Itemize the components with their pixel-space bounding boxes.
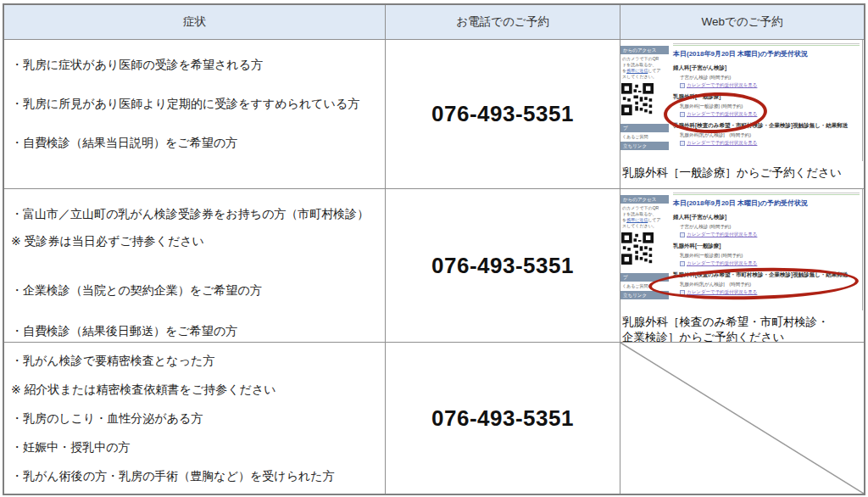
row3-phone-cell: 076-493-5351 <box>386 343 620 494</box>
symptom-item: ・乳房のしこり・血性分泌がある方 <box>11 410 380 426</box>
reservation-status-title: 本日(2018年9月20日 木曜日)の予約受付状況 <box>673 49 860 59</box>
calendar-link: カレンダーで予約受付状況を見る <box>680 232 860 237</box>
department-sub: 子宮がん検診 (時間予約) <box>680 224 860 230</box>
phone-number: 076-493-5351 <box>431 101 574 127</box>
row1-web-cell: からのアクセス のカメラで下のQR ドを読み取るか、 を携帯に送信してア スして… <box>620 40 864 189</box>
calendar-link: カレンダーで予約受付状況を見る <box>680 140 860 146</box>
department-heading: 乳腺外科[一般診療] <box>673 243 860 250</box>
qr-code-icon <box>621 83 654 115</box>
department-heading: 婦人科[子宮がん検診] <box>673 214 860 221</box>
symptom-item: ・乳がん検診で要精密検査となった方 <box>11 353 380 368</box>
symptom-item: ・企業検診（当院との契約企業）をご希望の方 <box>11 282 380 298</box>
sidebar-text: を携帯に送信してア <box>620 68 669 74</box>
sidebar-text: のカメラで下のQR <box>620 56 669 62</box>
symptom-item: ※ 紹介状または精密検査依頼書をご持参ください <box>11 382 380 397</box>
row2-symptoms: ・富山市／立山町の乳がん検診受診券をお持ちの方（市町村検診） ※ 受診券は当日必… <box>4 189 386 343</box>
symptom-item: ・富山市／立山町の乳がん検診受診券をお持ちの方（市町村検診） <box>11 206 380 221</box>
reservation-screenshot: からのアクセス のカメラで下のQR ドを読み取るか、 を携帯に送信してア スして… <box>620 189 863 310</box>
row3-symptoms: ・乳がん検診で要精密検査となった方 ※ 紹介状または精密検査依頼書をご持参くださ… <box>4 343 386 494</box>
row1-phone-cell: 076-493-5351 <box>386 40 620 189</box>
header-web-label: Webでのご予約 <box>702 14 783 30</box>
header-web: Webでのご予約 <box>620 5 864 40</box>
calendar-link-label: カレンダーで予約受付状況を見る <box>687 140 757 146</box>
reservation-screenshot: からのアクセス のカメラで下のQR ドを読み取るか、 を携帯に送信してア スして… <box>620 40 863 161</box>
caption-line: 企業検診］からご予約ください <box>622 330 864 343</box>
sidebar-text: スしてください。 <box>620 74 669 80</box>
phone-number: 076-493-5351 <box>431 405 574 432</box>
symptom-item: ※ 受診券は当日必ずご持参ください <box>11 233 380 248</box>
row2-phone-cell: 076-493-5351 <box>386 189 620 343</box>
calendar-link: カレンダーで予約受付状況を見る <box>680 260 860 266</box>
screenshot-sidebar: からのアクセス のカメラで下のQR ドを読み取るか、 を携帯に送信してア スして… <box>620 40 669 161</box>
web-booking-caption: 乳腺外科［一般診療］からご予約ください <box>620 161 864 181</box>
calendar-icon <box>680 83 685 88</box>
sidebar-text: のカメラで下のQR <box>620 205 669 211</box>
sidebar-text: ドを読み取るか、 <box>620 62 669 68</box>
symptom-item: ・乳がん術後の方・乳房の手術（豊胸など）を受けられた方 <box>11 468 380 483</box>
sidebar-text: スしてください。 <box>620 223 669 229</box>
sidebar-section-bar: プ <box>620 124 669 132</box>
divider <box>673 43 860 46</box>
symptom-item: ・自費検診（結果当日説明）をご希望の方 <box>11 135 380 150</box>
calendar-icon <box>680 141 685 146</box>
header-symptom: 症状 <box>4 5 386 40</box>
qr-code-icon <box>621 232 654 265</box>
calendar-icon <box>680 261 685 266</box>
calendar-link-label: カレンダーで予約受付状況を見る <box>687 232 757 237</box>
sidebar-section-bar: 立ちリンク <box>620 142 669 150</box>
appointment-table: 症状 お電話でのご予約 Webでのご予約 ・乳房に症状があり医師の受診を希望され… <box>3 3 865 495</box>
symptom-item: ・妊娠中・授乳中の方 <box>11 439 380 455</box>
sidebar-text: を携帯に送信してア <box>620 217 669 223</box>
sidebar-text-frag: してア <box>648 68 660 73</box>
symptom-item: ・自費検診（結果後日郵送）をご希望の方 <box>11 323 380 338</box>
sidebar-text: ドを読み取るか、 <box>620 211 669 217</box>
department-sub: 子宮がん検診 (時間予約) <box>680 75 860 81</box>
department-sub: 乳腺外科[一般診療] (時間予約) <box>680 253 860 259</box>
calendar-icon <box>680 232 685 237</box>
department-heading: 婦人科[子宮がん検診] <box>673 64 860 72</box>
calendar-link-label: カレンダーで予約受付状況を見る <box>687 260 757 266</box>
symptom-item: ・乳房に所見があり医師より定期的に受診をすすめられている方 <box>11 96 380 111</box>
header-phone: お電話でのご予約 <box>386 5 620 40</box>
divider <box>673 193 860 195</box>
header-symptom-label: 症状 <box>183 14 206 30</box>
department-section: 婦人科[子宮がん検診] 子宮がん検診 (時間予約) カレンダーで予約受付状況を見… <box>673 214 860 237</box>
row3-web-cell <box>620 343 864 494</box>
row1-symptoms: ・乳房に症状があり医師の受診を希望される方 ・乳房に所見があり医師より定期的に受… <box>4 40 386 189</box>
symptom-item: ・乳房に症状があり医師の受診を希望される方 <box>11 57 380 72</box>
web-booking-caption: 乳腺外科［検査のみ希望・市町村検診・ 企業検診］からご予約ください <box>620 310 864 343</box>
sidebar-section-bar: からのアクセス <box>620 46 669 54</box>
department-section: 婦人科[子宮がん検診] 子宮がん検診 (時間予約) カレンダーで予約受付状況を見… <box>673 64 860 88</box>
sidebar-link: 携帯に送信 <box>626 217 648 222</box>
caption-line: 乳腺外科［検査のみ希望・市町村検診・ <box>622 315 864 330</box>
department-section: 乳腺外科[一般診療] 乳腺外科[一般診療] (時間予約) カレンダーで予約受付状… <box>673 243 860 266</box>
reservation-status-title: 本日(2018年9月20日 木曜日)の予約受付状況 <box>673 198 860 208</box>
calendar-link-label: カレンダーで予約受付状況を見る <box>687 82 757 88</box>
sidebar-text: くあるご質問 <box>620 134 669 140</box>
phone-number: 076-493-5351 <box>431 253 574 279</box>
sidebar-link: 携帯に送信 <box>626 68 648 73</box>
calendar-link: カレンダーで予約受付状況を見る <box>680 82 860 88</box>
sidebar-section-bar: からのアクセス <box>620 195 669 204</box>
sidebar-text-frag: してア <box>648 217 660 222</box>
header-phone-label: お電話でのご予約 <box>456 14 548 30</box>
row2-web-cell: からのアクセス のカメラで下のQR ドを読み取るか、 を携帯に送信してア スして… <box>620 189 864 343</box>
diagonal-strikethrough <box>620 343 864 494</box>
